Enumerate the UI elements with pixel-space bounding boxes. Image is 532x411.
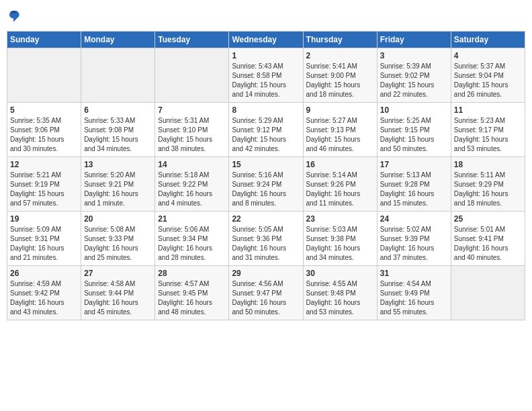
day-number: 2 (306, 51, 374, 60)
day-number: 10 (380, 105, 448, 115)
day-number: 26 (10, 269, 78, 278)
day-number: 31 (380, 269, 448, 278)
calendar-cell (451, 266, 525, 320)
day-content: Sunrise: 5:25 AM Sunset: 9:15 PM Dayligh… (380, 116, 448, 154)
day-number: 5 (10, 105, 78, 115)
day-content: Sunrise: 5:21 AM Sunset: 9:19 PM Dayligh… (10, 171, 78, 208)
calendar-cell: 21Sunrise: 5:06 AM Sunset: 9:34 PM Dayli… (155, 212, 229, 266)
calendar-cell: 3Sunrise: 5:39 AM Sunset: 9:02 PM Daylig… (377, 48, 451, 103)
day-number: 14 (158, 160, 226, 169)
day-content: Sunrise: 5:02 AM Sunset: 9:39 PM Dayligh… (380, 225, 448, 263)
day-number: 22 (232, 214, 300, 224)
calendar-day-header: Sunday (7, 32, 81, 48)
calendar-cell: 27Sunrise: 4:58 AM Sunset: 9:44 PM Dayli… (81, 266, 155, 320)
calendar-cell: 2Sunrise: 5:41 AM Sunset: 9:00 PM Daylig… (303, 48, 377, 103)
day-number: 27 (84, 269, 152, 278)
day-content: Sunrise: 5:37 AM Sunset: 9:04 PM Dayligh… (454, 62, 522, 99)
calendar-cell: 1Sunrise: 5:43 AM Sunset: 8:58 PM Daylig… (229, 48, 303, 103)
page: SundayMondayTuesdayWednesdayThursdayFrid… (0, 0, 532, 411)
calendar-cell: 5Sunrise: 5:35 AM Sunset: 9:06 PM Daylig… (7, 103, 81, 157)
day-number: 25 (454, 214, 522, 224)
calendar-week-row: 19Sunrise: 5:09 AM Sunset: 9:31 PM Dayli… (7, 212, 525, 266)
day-content: Sunrise: 5:41 AM Sunset: 9:00 PM Dayligh… (306, 62, 374, 99)
day-number: 1 (232, 51, 300, 60)
day-content: Sunrise: 5:16 AM Sunset: 9:24 PM Dayligh… (232, 171, 300, 208)
day-content: Sunrise: 4:58 AM Sunset: 9:44 PM Dayligh… (84, 279, 152, 317)
calendar-cell (7, 48, 81, 103)
day-content: Sunrise: 5:18 AM Sunset: 9:22 PM Dayligh… (158, 171, 226, 208)
day-content: Sunrise: 4:57 AM Sunset: 9:45 PM Dayligh… (158, 279, 226, 317)
day-number: 24 (380, 214, 448, 224)
day-content: Sunrise: 5:05 AM Sunset: 9:36 PM Dayligh… (232, 225, 300, 263)
day-content: Sunrise: 5:03 AM Sunset: 9:38 PM Dayligh… (306, 225, 374, 263)
calendar-cell: 26Sunrise: 4:59 AM Sunset: 9:42 PM Dayli… (7, 266, 81, 320)
calendar-day-header: Thursday (303, 32, 377, 48)
calendar-cell: 20Sunrise: 5:08 AM Sunset: 9:33 PM Dayli… (81, 212, 155, 266)
calendar-cell: 10Sunrise: 5:25 AM Sunset: 9:15 PM Dayli… (377, 103, 451, 157)
day-number: 6 (84, 105, 152, 115)
day-number: 15 (232, 160, 300, 169)
day-content: Sunrise: 5:08 AM Sunset: 9:33 PM Dayligh… (84, 225, 152, 263)
calendar-day-header: Wednesday (229, 32, 303, 48)
day-number: 4 (454, 51, 522, 60)
day-number: 19 (10, 214, 78, 224)
day-content: Sunrise: 5:11 AM Sunset: 9:29 PM Dayligh… (454, 171, 522, 208)
day-content: Sunrise: 5:09 AM Sunset: 9:31 PM Dayligh… (10, 225, 78, 263)
day-content: Sunrise: 5:06 AM Sunset: 9:34 PM Dayligh… (158, 225, 226, 263)
header (7, 7, 525, 26)
calendar-day-header: Saturday (451, 32, 525, 48)
calendar-cell (81, 48, 155, 103)
calendar-cell: 11Sunrise: 5:23 AM Sunset: 9:17 PM Dayli… (451, 103, 525, 157)
day-number: 30 (306, 269, 374, 278)
calendar-cell: 30Sunrise: 4:55 AM Sunset: 9:48 PM Dayli… (303, 266, 377, 320)
calendar-cell: 22Sunrise: 5:05 AM Sunset: 9:36 PM Dayli… (229, 212, 303, 266)
calendar-cell: 15Sunrise: 5:16 AM Sunset: 9:24 PM Dayli… (229, 157, 303, 212)
calendar-day-header: Friday (377, 32, 451, 48)
day-number: 16 (306, 160, 374, 169)
calendar-header-row: SundayMondayTuesdayWednesdayThursdayFrid… (7, 32, 525, 48)
calendar-cell: 17Sunrise: 5:13 AM Sunset: 9:28 PM Dayli… (377, 157, 451, 212)
calendar-cell: 18Sunrise: 5:11 AM Sunset: 9:29 PM Dayli… (451, 157, 525, 212)
calendar-week-row: 5Sunrise: 5:35 AM Sunset: 9:06 PM Daylig… (7, 103, 525, 157)
day-content: Sunrise: 5:33 AM Sunset: 9:08 PM Dayligh… (84, 116, 152, 154)
day-number: 23 (306, 214, 374, 224)
calendar-cell: 9Sunrise: 5:27 AM Sunset: 9:13 PM Daylig… (303, 103, 377, 157)
day-number: 28 (158, 269, 226, 278)
day-content: Sunrise: 4:56 AM Sunset: 9:47 PM Dayligh… (232, 279, 300, 317)
calendar-week-row: 26Sunrise: 4:59 AM Sunset: 9:42 PM Dayli… (7, 266, 525, 320)
calendar-cell: 8Sunrise: 5:29 AM Sunset: 9:12 PM Daylig… (229, 103, 303, 157)
logo (7, 9, 21, 23)
day-content: Sunrise: 5:14 AM Sunset: 9:26 PM Dayligh… (306, 171, 374, 208)
calendar-cell: 16Sunrise: 5:14 AM Sunset: 9:26 PM Dayli… (303, 157, 377, 212)
day-content: Sunrise: 5:39 AM Sunset: 9:02 PM Dayligh… (380, 62, 448, 99)
calendar-cell: 29Sunrise: 4:56 AM Sunset: 9:47 PM Dayli… (229, 266, 303, 320)
day-number: 18 (454, 160, 522, 169)
day-content: Sunrise: 5:43 AM Sunset: 8:58 PM Dayligh… (232, 62, 300, 99)
day-number: 17 (380, 160, 448, 169)
day-content: Sunrise: 5:01 AM Sunset: 9:41 PM Dayligh… (454, 225, 522, 263)
calendar-cell: 14Sunrise: 5:18 AM Sunset: 9:22 PM Dayli… (155, 157, 229, 212)
day-number: 13 (84, 160, 152, 169)
day-content: Sunrise: 4:59 AM Sunset: 9:42 PM Dayligh… (10, 279, 78, 317)
calendar-cell: 12Sunrise: 5:21 AM Sunset: 9:19 PM Dayli… (7, 157, 81, 212)
day-number: 21 (158, 214, 226, 224)
day-content: Sunrise: 5:29 AM Sunset: 9:12 PM Dayligh… (232, 116, 300, 154)
calendar-cell: 31Sunrise: 4:54 AM Sunset: 9:49 PM Dayli… (377, 266, 451, 320)
calendar-cell: 19Sunrise: 5:09 AM Sunset: 9:31 PM Dayli… (7, 212, 81, 266)
day-number: 29 (232, 269, 300, 278)
day-content: Sunrise: 4:54 AM Sunset: 9:49 PM Dayligh… (380, 279, 448, 317)
calendar-cell: 23Sunrise: 5:03 AM Sunset: 9:38 PM Dayli… (303, 212, 377, 266)
day-content: Sunrise: 5:20 AM Sunset: 9:21 PM Dayligh… (84, 171, 152, 208)
day-number: 9 (306, 105, 374, 115)
day-content: Sunrise: 5:27 AM Sunset: 9:13 PM Dayligh… (306, 116, 374, 154)
day-content: Sunrise: 5:35 AM Sunset: 9:06 PM Dayligh… (10, 116, 78, 154)
calendar-cell: 25Sunrise: 5:01 AM Sunset: 9:41 PM Dayli… (451, 212, 525, 266)
calendar-cell: 4Sunrise: 5:37 AM Sunset: 9:04 PM Daylig… (451, 48, 525, 103)
day-content: Sunrise: 5:13 AM Sunset: 9:28 PM Dayligh… (380, 171, 448, 208)
calendar-cell (155, 48, 229, 103)
logo-icon (7, 9, 20, 23)
calendar-day-header: Tuesday (155, 32, 229, 48)
day-number: 7 (158, 105, 226, 115)
calendar-cell: 24Sunrise: 5:02 AM Sunset: 9:39 PM Dayli… (377, 212, 451, 266)
day-number: 11 (454, 105, 522, 115)
